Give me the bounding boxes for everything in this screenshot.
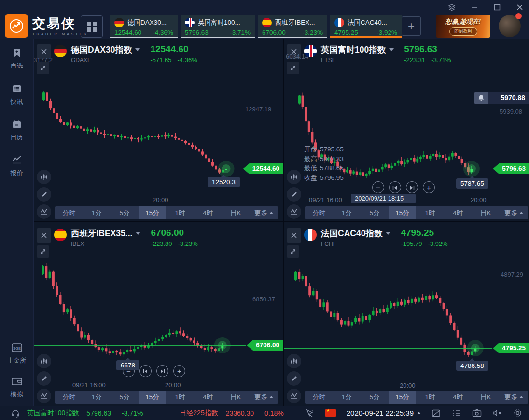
skip-end-button[interactable] [406,181,418,193]
expand-panel-button[interactable] [37,62,49,74]
maximize-button[interactable] [493,3,501,12]
timeframe-button-15分[interactable]: 15分 [139,206,167,219]
timeframe-button-1时[interactable]: 1时 [166,206,194,219]
timeframe-button-4时[interactable]: 4时 [444,391,472,404]
sidebar-item-watchlist[interactable]: 自选 [11,47,23,70]
tab-ftse100[interactable]: 英国富时100... 5796.63-3.71% [181,15,255,38]
screenshot-camera-icon[interactable] [472,409,482,417]
dropdown-caret-icon[interactable] [389,48,394,51]
timeframe-button-5分[interactable]: 5分 [361,206,389,219]
timeframe-button-分时[interactable]: 分时 [55,391,83,404]
candlestick-chart-cac40[interactable] [284,222,529,406]
timeframe-button-1时[interactable]: 1时 [416,206,444,219]
skip-end-button[interactable] [156,365,168,377]
promo-banner[interactable]: 想赢,趁现在! 即刻盈利 [436,15,490,38]
minimize-button[interactable] [470,3,479,12]
layout-grid-button[interactable] [81,15,103,38]
expand-panel-button[interactable] [287,62,299,74]
timeframe-button-5分[interactable]: 5分 [361,391,389,404]
indicator-tool-button[interactable] [287,204,301,219]
draw-tool-button[interactable] [37,187,51,202]
sidebar-item-calendar[interactable]: 日历 [11,119,23,142]
tab-ibex35[interactable]: 西班牙IBEX... 6706.00-3.23% [258,15,327,38]
dropdown-caret-icon[interactable] [386,232,390,235]
timeframe-button-1时[interactable]: 1时 [416,391,444,404]
timeframe-button-15分[interactable]: 15分 [139,391,167,404]
close-panel-button[interactable] [37,228,51,243]
tab-dax30[interactable]: 德国DAX30... 12544.60-4.36% [110,15,178,38]
instrument-title[interactable]: 英国富时100指数 [321,44,386,55]
close-panel-button[interactable] [37,44,51,59]
ticker-quote-nikkei[interactable]: 日经225指数 23360.30 0.18% [173,409,283,418]
price-alert-button[interactable] [474,92,488,104]
sidebar-item-quotes[interactable]: 报价 [11,154,23,177]
timeframe-button-日K[interactable]: 日K [222,206,250,219]
sidebar-item-sge[interactable]: SGE 上金所 [7,342,26,365]
clock-datetime[interactable]: 2020-09-21 22:25:39 [347,409,421,417]
timeframe-button-5分[interactable]: 5分 [111,391,139,404]
timeframe-button-更多[interactable]: 更多 [250,206,278,219]
drawings-hidden-icon[interactable] [432,409,441,418]
expand-panel-button[interactable] [37,245,49,258]
sidebar-item-news[interactable]: 快讯 [11,83,23,106]
timeframe-button-1分[interactable]: 1分 [83,391,111,404]
timeframe-button-日K[interactable]: 日K [472,391,500,404]
promo-banner-button[interactable]: 即刻盈利 [449,27,477,36]
zoom-in-button[interactable]: + [173,365,185,377]
timeframe-button-4时[interactable]: 4时 [444,206,472,219]
skip-start-button[interactable] [389,181,401,193]
timeframe-button-1时[interactable]: 1时 [166,391,194,404]
timeframe-button-日K[interactable]: 日K [222,391,250,404]
timeframe-button-1分[interactable]: 1分 [333,206,361,219]
indicator-tool-button[interactable] [37,389,51,403]
timeframe-button-1分[interactable]: 1分 [333,391,361,404]
chart-type-tool-button[interactable] [287,170,301,184]
chart-type-tool-button[interactable] [37,354,51,368]
draw-tool-button[interactable] [287,371,301,386]
cursor-signal-icon[interactable] [305,409,315,418]
instrument-title[interactable]: 德国DAX30指数 [71,44,132,55]
layers-icon[interactable] [447,3,456,12]
settings-gear-icon[interactable] [513,408,522,418]
timeframe-button-15分[interactable]: 15分 [389,391,417,404]
timeframe-button-4时[interactable]: 4时 [194,391,222,404]
timeframe-button-更多[interactable]: 更多 [250,391,278,404]
timeframe-button-15分[interactable]: 15分 [389,206,417,219]
draw-tool-button[interactable] [287,187,301,202]
timeframe-button-分时[interactable]: 分时 [55,206,83,219]
add-tab-button[interactable]: + [402,16,421,36]
chart-type-tool-button[interactable] [37,170,51,184]
ticker-quote-ftse[interactable]: 英国富时100指数 5796.63 -3.71% [20,409,143,418]
selected-date-range[interactable]: 2020/09/21 18:15 — [351,194,416,203]
timeframe-button-日K[interactable]: 日K [472,206,500,219]
indicator-tool-button[interactable] [37,204,51,219]
timeframe-button-4时[interactable]: 4时 [194,206,222,219]
timeframe-button-1分[interactable]: 1分 [83,206,111,219]
indicator-tool-button[interactable] [287,389,301,403]
chart-type-tool-button[interactable] [287,354,301,368]
close-panel-button[interactable] [287,228,301,243]
quote-list-icon[interactable] [452,409,461,417]
support-headset-icon[interactable] [11,408,20,418]
sidebar-item-demo[interactable]: 模拟 [11,376,23,399]
candlestick-chart-ibex35[interactable] [34,222,283,406]
candlestick-chart-dax30[interactable] [34,39,283,221]
close-panel-button[interactable] [287,44,301,59]
tab-cac40[interactable]: 法国CAC40... 4795.25-3.92% [330,15,402,38]
draw-tool-button[interactable] [37,371,51,386]
dropdown-caret-icon[interactable] [135,48,140,51]
instrument-title[interactable]: 西班牙IBEX35... [71,228,132,239]
timeframe-button-更多[interactable]: 更多 [500,391,528,404]
zoom-out-button[interactable]: − [372,181,384,193]
user-avatar[interactable] [499,15,521,37]
skip-start-button[interactable] [139,365,152,377]
dropdown-caret-icon[interactable] [136,232,140,235]
zoom-in-button[interactable]: + [423,181,435,193]
timeframe-button-分时[interactable]: 分时 [305,391,333,404]
expand-panel-button[interactable] [287,245,299,258]
instrument-title[interactable]: 法国CAC40指数 [321,228,382,239]
timeframe-button-5分[interactable]: 5分 [111,206,139,219]
close-window-button[interactable] [515,3,524,12]
sound-muted-icon[interactable] [492,409,502,417]
timeframe-button-更多[interactable]: 更多 [500,206,528,219]
